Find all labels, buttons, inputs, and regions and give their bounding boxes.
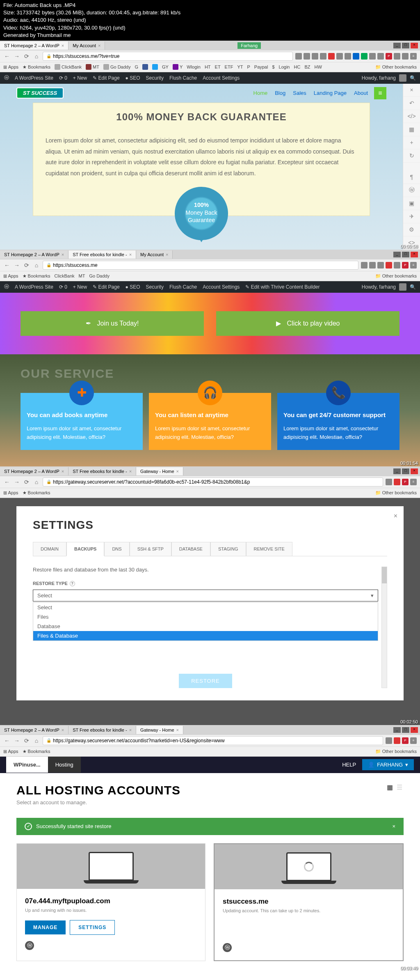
bookmark-item[interactable]: GY: [162, 64, 169, 69]
bookmark-item[interactable]: ⊞ Apps: [3, 273, 18, 279]
browser-tab[interactable]: ST Free ebooks for kindle -×: [68, 250, 136, 259]
browser-tab[interactable]: My Account×: [68, 41, 105, 50]
bookmark-item[interactable]: Paypal: [254, 64, 268, 69]
extension-icon[interactable]: [369, 262, 376, 269]
wp-site-name[interactable]: A WordPress Site: [15, 284, 53, 290]
site-logo[interactable]: ST SUCCESS: [16, 87, 64, 99]
maximize-button[interactable]: □: [402, 43, 409, 48]
wp-howdy[interactable]: Howdy, farhang: [362, 75, 396, 81]
user-menu[interactable]: 👤 FARHANG ▾: [362, 759, 414, 770]
list-view-button[interactable]: ☰: [395, 783, 404, 792]
reload-button[interactable]: ⟳: [23, 53, 30, 60]
bookmark-item[interactable]: $: [272, 64, 274, 69]
nav-home[interactable]: Home: [253, 90, 268, 96]
wp-edit-page[interactable]: ✎ Edit Page: [93, 75, 119, 81]
extension-icon[interactable]: [312, 53, 318, 60]
bookmark-item[interactable]: P: [247, 64, 250, 69]
add-tool[interactable]: +: [403, 136, 420, 149]
dropdown-option[interactable]: Select: [33, 603, 378, 612]
home-button[interactable]: ⌂: [33, 737, 40, 744]
search-icon[interactable]: 🔍: [410, 284, 416, 290]
menu-icon[interactable]: ≡: [410, 262, 417, 269]
close-button[interactable]: ×: [411, 43, 418, 48]
extension-icon[interactable]: [394, 737, 400, 744]
help-link[interactable]: HELP: [342, 762, 356, 768]
nav-about[interactable]: About: [354, 90, 368, 96]
image-tool[interactable]: ▣: [403, 197, 420, 210]
wp-new[interactable]: + New: [73, 284, 87, 290]
tab-ssh[interactable]: SSH & SFTP: [130, 542, 171, 556]
publish-tool[interactable]: ✈: [403, 210, 420, 223]
restore-type-select[interactable]: Select ▾: [33, 590, 378, 601]
nav-landing[interactable]: Landing Page: [314, 90, 347, 96]
avatar[interactable]: [399, 283, 406, 291]
tab-staging[interactable]: STAGING: [210, 542, 246, 556]
history-tool[interactable]: ↻: [403, 149, 420, 163]
tab-close-icon[interactable]: ×: [98, 43, 100, 48]
forward-button[interactable]: →: [13, 53, 21, 60]
address-bar[interactable]: 🔒https://stsuccess.me: [43, 261, 358, 270]
bookmark-item[interactable]: ⊞ Apps: [3, 490, 18, 496]
wp-new[interactable]: + New: [73, 75, 87, 81]
tab-database[interactable]: DATABASE: [171, 542, 210, 556]
reload-button[interactable]: ⟳: [23, 262, 30, 269]
extension-icon[interactable]: [328, 53, 335, 60]
pinterest-icon[interactable]: P: [402, 479, 409, 485]
restore-button[interactable]: RESTORE: [179, 674, 232, 688]
nav-wpinuse[interactable]: WPinuse...: [6, 757, 48, 773]
extension-icon[interactable]: [361, 53, 368, 60]
wp-account[interactable]: Account Settings: [203, 284, 240, 290]
bookmark-item[interactable]: HT: [205, 64, 211, 69]
back-button[interactable]: ←: [3, 478, 11, 486]
extension-icon[interactable]: [353, 53, 359, 60]
code-tool[interactable]: </>: [403, 110, 420, 123]
extension-icon[interactable]: [295, 53, 302, 60]
help-icon[interactable]: ?: [70, 581, 75, 586]
menu-icon[interactable]: ≡: [410, 53, 417, 60]
reload-button[interactable]: ⟳: [23, 478, 30, 486]
text-tool[interactable]: ¶: [403, 171, 420, 184]
extension-icon[interactable]: [394, 479, 400, 485]
wp-howdy[interactable]: Howdy, farhang: [362, 284, 396, 290]
bookmark-item[interactable]: HW: [314, 64, 322, 69]
bookmark-item[interactable]: ⊞ Apps: [3, 64, 18, 70]
bookmark-item[interactable]: Wlogin: [187, 64, 201, 69]
service-card[interactable]: 📞 You can get 24/7 customer support Lore…: [277, 393, 399, 450]
scrollbar[interactable]: [381, 567, 387, 688]
extension-icon[interactable]: [394, 262, 400, 269]
extension-icon[interactable]: [345, 53, 351, 60]
wp-seo[interactable]: ● SEO: [126, 284, 140, 290]
browser-tab[interactable]: Gateway - Home×: [136, 467, 183, 475]
wp-edit-page[interactable]: ✎ Edit Page: [93, 284, 119, 290]
bookmark-item[interactable]: G: [135, 64, 138, 69]
bookmark-item[interactable]: Go Daddy: [103, 64, 131, 70]
bookmark-item[interactable]: ⊞ Apps: [3, 749, 18, 754]
wp-seo[interactable]: ● SEO: [126, 75, 140, 81]
nav-sales[interactable]: Sales: [293, 90, 306, 96]
extension-icon[interactable]: [394, 53, 400, 60]
minimize-button[interactable]: _: [393, 43, 401, 48]
play-video-button[interactable]: ▶ Click to play video: [216, 311, 399, 336]
extension-icon[interactable]: [336, 53, 343, 60]
menu-icon[interactable]: ≡: [410, 479, 417, 485]
bookmark-item[interactable]: ★ Bookmarks: [23, 64, 50, 70]
tab-domain[interactable]: DOMAIN: [33, 542, 66, 556]
forward-button[interactable]: →: [13, 262, 21, 269]
wp-logo-icon[interactable]: ⓦ: [4, 283, 9, 290]
bookmark-item[interactable]: Y: [173, 64, 183, 70]
bookmark-item[interactable]: 📁 Other bookmarks: [375, 749, 417, 754]
browser-tab[interactable]: ST Free ebooks for kindle -×: [68, 726, 136, 734]
bookmark-item[interactable]: MT: [79, 273, 85, 278]
tab-dns[interactable]: DNS: [104, 542, 129, 556]
wp-thrive[interactable]: ✎ Edit with Thrive Content Builder: [245, 284, 320, 290]
dropdown-option[interactable]: Database: [33, 622, 378, 631]
tab-backups[interactable]: BACKUPS: [66, 542, 104, 556]
browser-tab[interactable]: ST Homepage 2 – A WordP×: [0, 41, 68, 50]
back-button[interactable]: ←: [3, 737, 11, 744]
service-card[interactable]: ✚ You can add books anytime Lorem ipsum …: [21, 393, 143, 450]
extension-icon[interactable]: [377, 53, 384, 60]
bookmark-item[interactable]: HC: [294, 64, 300, 69]
browser-tab[interactable]: ST Homepage 2 – A WordP×: [0, 467, 68, 475]
extension-icon[interactable]: [369, 53, 376, 60]
maximize-button[interactable]: □: [402, 468, 409, 474]
